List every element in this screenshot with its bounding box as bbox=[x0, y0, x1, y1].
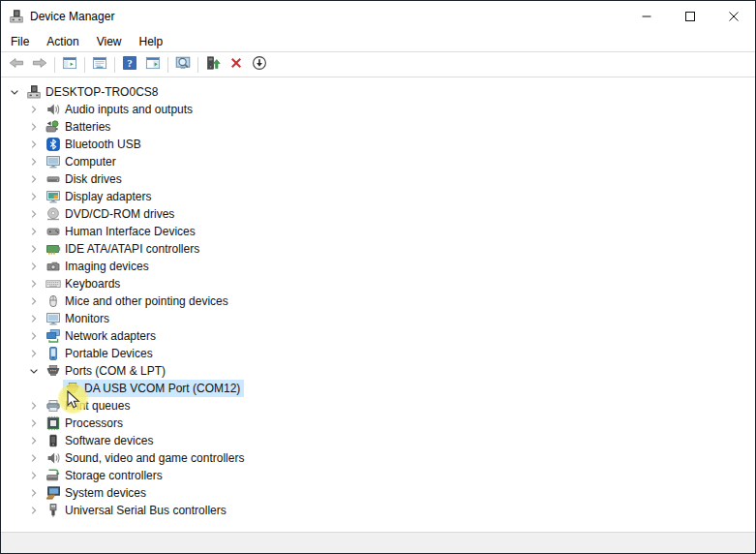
chevron-right-icon[interactable] bbox=[26, 328, 42, 344]
tree-item-dvd-cd-rom-drives[interactable]: DVD/CD-ROM drives bbox=[1, 205, 755, 223]
tree-item-monitors[interactable]: Monitors bbox=[1, 310, 755, 327]
chevron-right-icon[interactable] bbox=[26, 154, 42, 169]
chevron-right-icon[interactable] bbox=[26, 276, 42, 292]
tree-item-computer[interactable]: Computer bbox=[1, 153, 755, 170]
chevron-right-icon[interactable] bbox=[26, 206, 42, 222]
tree-item-print-queues[interactable]: Print queues bbox=[1, 397, 755, 415]
show-hide-console-tree-button[interactable] bbox=[58, 53, 81, 77]
chevron-down-icon[interactable] bbox=[26, 363, 42, 379]
chevron-right-icon[interactable] bbox=[26, 468, 42, 483]
tree-item-disk-drives[interactable]: Disk drives bbox=[1, 170, 755, 188]
tree-item-batteries[interactable]: Batteries bbox=[1, 118, 755, 136]
row-content[interactable]: Display adapters bbox=[44, 188, 155, 205]
row-content[interactable]: Print queues bbox=[44, 397, 134, 415]
row-content[interactable]: Portable Devices bbox=[44, 345, 157, 362]
chevron-right-icon[interactable] bbox=[26, 224, 42, 239]
chevron-right-icon[interactable] bbox=[26, 346, 42, 361]
chevron-right-icon[interactable] bbox=[26, 259, 42, 274]
menu-action[interactable]: Action bbox=[38, 32, 87, 51]
scan-computer-button[interactable] bbox=[171, 53, 195, 77]
menu-help[interactable]: Help bbox=[131, 32, 172, 51]
chevron-right-icon[interactable] bbox=[26, 433, 42, 448]
row-content[interactable]: Human Interface Devices bbox=[44, 223, 199, 240]
row-content[interactable]: Universal Serial Bus controllers bbox=[44, 502, 230, 519]
menu-file[interactable]: File bbox=[2, 32, 38, 51]
row-content[interactable]: Computer bbox=[44, 153, 120, 170]
tree-item-storage-controllers[interactable]: Storage controllers bbox=[1, 467, 755, 484]
row-content[interactable]: System devices bbox=[44, 484, 150, 502]
tree-item-bluetooth-usb[interactable]: Bluetooth USB bbox=[1, 136, 755, 153]
tree-item-ide-ata-atapi-controllers[interactable]: IDE ATA/ATAPI controllers bbox=[1, 240, 755, 258]
tree-item-desktop-tro0cs8[interactable]: DESKTOP-TRO0CS8 bbox=[1, 83, 755, 101]
tree-item-mice-and-other-pointing-devices[interactable]: Mice and other pointing devices bbox=[1, 292, 755, 310]
row-content[interactable]: Mice and other pointing devices bbox=[44, 292, 232, 310]
scan-for-hardware-changes-button[interactable] bbox=[248, 53, 271, 77]
tree-item-label: Imaging devices bbox=[65, 258, 149, 275]
tree-item-display-adapters[interactable]: Display adapters bbox=[1, 188, 755, 205]
row-content[interactable]: Sound, video and game controllers bbox=[44, 449, 248, 467]
chevron-right-icon[interactable] bbox=[26, 119, 42, 135]
properties-button[interactable] bbox=[88, 53, 111, 77]
uninstall-device-button[interactable] bbox=[225, 53, 248, 77]
chevron-right-icon[interactable] bbox=[26, 485, 42, 501]
tree-item-human-interface-devices[interactable]: Human Interface Devices bbox=[1, 223, 755, 240]
row-content[interactable]: Ports (COM & LPT) bbox=[44, 362, 169, 380]
chevron-right-icon[interactable] bbox=[26, 171, 42, 187]
help-button[interactable]: ? bbox=[118, 53, 141, 77]
bluetooth-icon bbox=[45, 137, 61, 152]
tree-item-label: Portable Devices bbox=[65, 345, 153, 362]
tree-item-software-devices[interactable]: Software devices bbox=[1, 432, 755, 449]
back-button[interactable] bbox=[5, 53, 28, 77]
chevron-down-icon[interactable] bbox=[7, 84, 22, 100]
row-content[interactable]: Bluetooth USB bbox=[44, 136, 145, 153]
tree-item-network-adapters[interactable]: Network adapters bbox=[1, 327, 755, 345]
row-content[interactable]: Monitors bbox=[44, 310, 113, 327]
device-manager-window: Device Manager FileActionViewHelp ? DESK… bbox=[0, 0, 756, 554]
menu-view[interactable]: View bbox=[88, 32, 131, 51]
row-content[interactable]: Software devices bbox=[44, 432, 157, 449]
window-controls bbox=[624, 1, 755, 31]
tree-item-label: Universal Serial Bus controllers bbox=[65, 502, 227, 519]
row-content[interactable]: Keyboards bbox=[44, 275, 124, 292]
show-hide-action-pane-button[interactable] bbox=[141, 53, 165, 77]
close-button[interactable] bbox=[711, 1, 755, 31]
chevron-right-icon[interactable] bbox=[26, 416, 42, 431]
row-content[interactable]: Imaging devices bbox=[44, 258, 153, 275]
row-content[interactable]: Batteries bbox=[44, 118, 114, 136]
chevron-right-icon[interactable] bbox=[26, 398, 42, 414]
selected-row-content[interactable]: DA USB VCOM Port (COM12) bbox=[63, 380, 244, 397]
tree-item-keyboards[interactable]: Keyboards bbox=[1, 275, 755, 292]
tree-item-processors[interactable]: Processors bbox=[1, 415, 755, 432]
update-driver-button[interactable] bbox=[201, 53, 225, 77]
forward-button[interactable] bbox=[28, 53, 51, 77]
row-content[interactable]: DVD/CD-ROM drives bbox=[44, 205, 178, 223]
row-content[interactable]: Audio inputs and outputs bbox=[44, 101, 197, 118]
row-content[interactable]: Network adapters bbox=[44, 327, 160, 345]
row-content[interactable]: Storage controllers bbox=[44, 467, 166, 484]
window-title: Device Manager bbox=[30, 10, 624, 23]
tree-item-portable-devices[interactable]: Portable Devices bbox=[1, 345, 755, 362]
keyboard-icon bbox=[45, 276, 61, 292]
tree-item-imaging-devices[interactable]: Imaging devices bbox=[1, 258, 755, 275]
row-content[interactable]: IDE ATA/ATAPI controllers bbox=[44, 240, 203, 258]
tree-item-system-devices[interactable]: System devices bbox=[1, 484, 755, 502]
chevron-right-icon[interactable] bbox=[26, 189, 42, 204]
tree-item-ports-com-lpt[interactable]: Ports (COM & LPT) bbox=[1, 362, 755, 380]
row-content[interactable]: DESKTOP-TRO0CS8 bbox=[24, 83, 162, 101]
row-content[interactable]: Disk drives bbox=[44, 170, 126, 188]
tree-item-audio-inputs-and-outputs[interactable]: Audio inputs and outputs bbox=[1, 101, 755, 118]
minimize-button[interactable] bbox=[624, 1, 668, 31]
chevron-right-icon[interactable] bbox=[26, 137, 42, 152]
tree-item-sound-video-and-game-controllers[interactable]: Sound, video and game controllers bbox=[1, 449, 755, 467]
chevron-right-icon[interactable] bbox=[26, 241, 42, 257]
tree-item-universal-serial-bus-controllers[interactable]: Universal Serial Bus controllers bbox=[1, 502, 755, 519]
chevron-right-icon[interactable] bbox=[26, 102, 42, 117]
chevron-right-icon[interactable] bbox=[26, 450, 42, 466]
tree-item-da-usb-vcom-port-com12[interactable]: DA USB VCOM Port (COM12) bbox=[1, 380, 755, 397]
chevron-right-icon[interactable] bbox=[26, 293, 42, 309]
row-content[interactable]: Processors bbox=[44, 415, 127, 432]
tree-item-label: DA USB VCOM Port (COM12) bbox=[84, 380, 240, 397]
maximize-button[interactable] bbox=[668, 1, 711, 31]
chevron-right-icon[interactable] bbox=[26, 311, 42, 326]
chevron-right-icon[interactable] bbox=[26, 503, 42, 518]
